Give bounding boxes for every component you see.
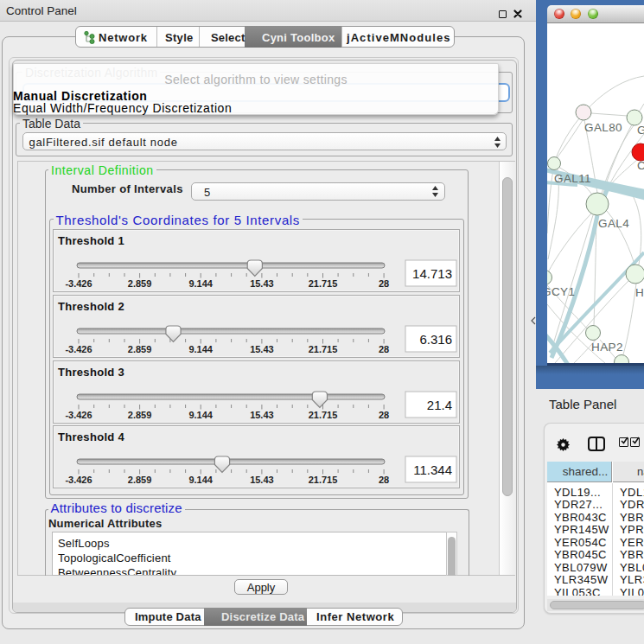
svg-text:-3.426: -3.426 xyxy=(65,475,92,485)
svg-text:21.715: 21.715 xyxy=(309,278,338,289)
svg-text:14.713: 14.713 xyxy=(412,266,452,281)
svg-text:9.144: 9.144 xyxy=(188,475,213,485)
svg-text:11.344: 11.344 xyxy=(413,462,452,477)
svg-text:GAL4: GAL4 xyxy=(598,217,629,230)
svg-text:-3.426: -3.426 xyxy=(65,278,92,289)
svg-text:-3.426: -3.426 xyxy=(65,410,92,420)
svg-text:9.144: 9.144 xyxy=(188,410,213,420)
svg-text:15.43: 15.43 xyxy=(250,475,274,485)
svg-text:28: 28 xyxy=(379,410,389,420)
svg-text:Threshold 2: Threshold 2 xyxy=(58,300,124,313)
svg-text:H: H xyxy=(635,286,644,299)
svg-text:21.715: 21.715 xyxy=(309,344,338,354)
svg-text:28: 28 xyxy=(379,278,389,289)
svg-text:21.715: 21.715 xyxy=(309,410,338,420)
svg-text:GAL80: GAL80 xyxy=(584,121,622,134)
svg-text:GAL11: GAL11 xyxy=(554,172,591,185)
svg-text:15.43: 15.43 xyxy=(250,278,274,289)
svg-text:15.43: 15.43 xyxy=(250,410,274,420)
svg-text:2.859: 2.859 xyxy=(128,475,152,485)
svg-text:28: 28 xyxy=(379,344,389,354)
svg-text:2.859: 2.859 xyxy=(128,344,152,354)
svg-text:GCY1: GCY1 xyxy=(547,285,575,298)
svg-text:2.859: 2.859 xyxy=(128,278,152,289)
svg-text:Threshold 3: Threshold 3 xyxy=(58,366,124,379)
svg-text:15.43: 15.43 xyxy=(250,344,274,354)
svg-text:Threshold 1: Threshold 1 xyxy=(58,234,124,247)
svg-text:21.4: 21.4 xyxy=(427,398,452,412)
svg-text:C: C xyxy=(637,159,644,172)
svg-text:21.715: 21.715 xyxy=(309,475,338,485)
svg-text:6.316: 6.316 xyxy=(419,332,452,347)
svg-text:HAP2: HAP2 xyxy=(591,341,623,354)
svg-text:Threshold 4: Threshold 4 xyxy=(58,430,124,443)
svg-text:28: 28 xyxy=(379,475,389,485)
svg-text:9.144: 9.144 xyxy=(188,344,213,354)
svg-text:GA: GA xyxy=(637,124,644,137)
svg-text:2.859: 2.859 xyxy=(128,410,152,420)
svg-text:9.144: 9.144 xyxy=(188,278,213,289)
svg-text:-3.426: -3.426 xyxy=(65,344,92,354)
